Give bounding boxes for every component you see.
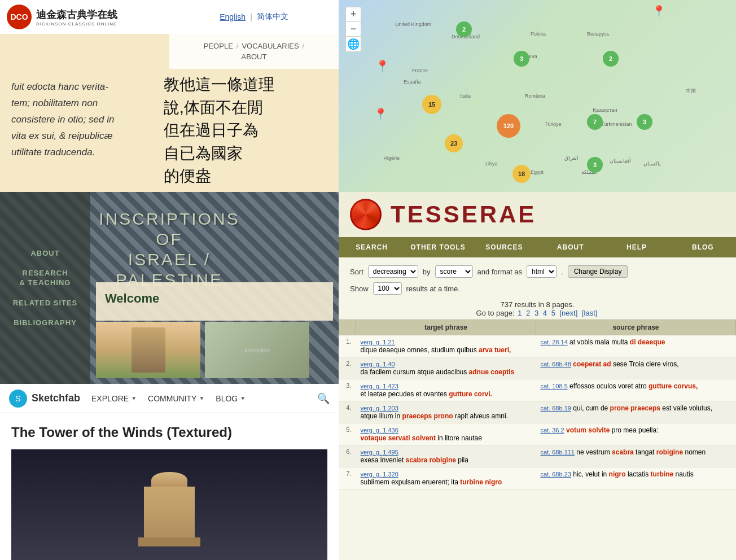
- map-pin-3[interactable]: 📍: [652, 5, 666, 18]
- target-highlight-7: turbine nigro: [460, 478, 502, 486]
- tess-nav-help[interactable]: HELP: [603, 237, 669, 257]
- target-ref-3[interactable]: verg. g. 1.423: [361, 383, 398, 390]
- dco-nav-vocabularies[interactable]: VOCABULARIES: [242, 42, 299, 50]
- page-link-3[interactable]: 3: [535, 309, 538, 317]
- inscriptions-mosaic-bg: ABOUT RESEARCH& TEACHING RELATED SITES B…: [0, 192, 339, 384]
- dco-logo[interactable]: DCO: [7, 5, 32, 29]
- source-ref-5[interactable]: cat. 36.2: [540, 427, 564, 434]
- map-zoom-in[interactable]: +: [346, 7, 361, 22]
- tess-nav-blog[interactable]: BLOG: [670, 237, 736, 257]
- target-highlight-6: scabra robigine: [406, 456, 456, 464]
- show-select[interactable]: 100 50 25: [373, 282, 402, 295]
- source-ref-7[interactable]: cat. 68b.23: [540, 471, 571, 478]
- page-link-5[interactable]: 5: [551, 309, 555, 317]
- map-cluster-18[interactable]: 18: [512, 165, 531, 183]
- map-cluster-7[interactable]: 7: [587, 114, 603, 130]
- sort-select[interactable]: decreasing increasing: [368, 265, 418, 278]
- dco-language-bar: English | 简体中文: [169, 0, 339, 34]
- map-cluster-3a[interactable]: 3: [514, 51, 529, 67]
- target-ref-5[interactable]: verg. g. 1.436: [361, 427, 398, 434]
- inscriptions-image-2: inscription: [205, 322, 309, 378]
- target-highlight-2: adnue coeptis: [469, 368, 515, 376]
- target-text-6a: exesa inveniet: [361, 456, 406, 464]
- source-ref-3[interactable]: cat. 108.5: [540, 383, 567, 390]
- sketchfab-blog-nav[interactable]: BLOG ▼: [216, 394, 246, 403]
- sketchfab-panel: S Sketchfab EXPLORE ▼ COMMUNITY ▼ BLOG ▼…: [0, 384, 339, 560]
- sketchfab-content: The Tower of the Winds (Textured): [0, 413, 339, 560]
- sketchfab-article-image[interactable]: [11, 449, 327, 560]
- map-controls: + − 🌐: [345, 7, 361, 52]
- page-link-next[interactable]: [next]: [559, 309, 577, 317]
- map-cluster-3b[interactable]: 3: [637, 114, 652, 130]
- tess-nav-other-tools[interactable]: OTHER TOOLS: [405, 237, 471, 257]
- dco-logo-text: DCO: [10, 12, 28, 21]
- insc-nav-bibliography[interactable]: BIBLIOGRAPHY: [14, 318, 77, 327]
- target-highlight-3: gutture corvi.: [449, 390, 492, 398]
- dco-lang-chinese[interactable]: 简体中文: [257, 12, 288, 22]
- dco-latin-text: fuit edocta hanc verita- tem; nobilitate…: [0, 68, 158, 172]
- map-cluster-120[interactable]: 120: [497, 114, 520, 138]
- table-row: 5. verg. g. 1.436 votaque servati solven…: [339, 423, 736, 445]
- map-label-tr: Türkiye: [545, 121, 562, 127]
- dco-site-title: 迪金森古典学在线: [36, 8, 117, 21]
- col-source: source phrase: [536, 320, 735, 335]
- target-text-2: da facilem cursum atque audacibus: [361, 368, 469, 376]
- page-link-last[interactable]: [last]: [582, 309, 597, 317]
- source-text-7a: hic, velut in: [573, 470, 608, 478]
- source-ref-6[interactable]: cat. 68b.111: [540, 449, 575, 456]
- sketchfab-navbar: S Sketchfab EXPLORE ▼ COMMUNITY ▼ BLOG ▼…: [0, 384, 339, 413]
- tess-nav-search[interactable]: SEARCH: [339, 237, 405, 257]
- map-label-tm: Türkmenistan: [601, 121, 632, 127]
- map-cluster-15[interactable]: 15: [422, 95, 441, 114]
- page-link-1[interactable]: 1: [518, 309, 522, 317]
- page-link-4[interactable]: 4: [543, 309, 547, 317]
- sketchfab-blog-label: BLOG: [216, 394, 238, 403]
- map-globe[interactable]: 🌐: [346, 37, 361, 51]
- source-ref-1[interactable]: cat. 28.14: [540, 339, 567, 345]
- page-link-2[interactable]: 2: [526, 309, 530, 317]
- inscriptions-title-line1: INSCRIPTIONS OF: [99, 209, 239, 248]
- map-label-kz: Қазақстан: [593, 107, 617, 113]
- target-ref-4[interactable]: verg. g. 1.203: [361, 405, 398, 412]
- dco-panel: DCO 迪金森古典学在线 DICKINSON CLASSICS ONLINE E…: [0, 0, 339, 192]
- map-zoom-out[interactable]: −: [346, 22, 361, 37]
- sketchfab-logo[interactable]: S Sketchfab: [9, 390, 80, 408]
- format-select[interactable]: html text: [527, 265, 557, 278]
- by-select[interactable]: score target source: [435, 265, 473, 278]
- map-label-ly: Libya: [485, 161, 498, 167]
- target-text-7a: sublimem expulsam eruerent; ita: [361, 478, 461, 486]
- map-cluster-2a[interactable]: 2: [456, 21, 472, 37]
- source-ref-2[interactable]: cat. 68b.48: [540, 361, 571, 368]
- dco-nav-people[interactable]: PEOPLE: [204, 42, 233, 50]
- source-ref-4[interactable]: cat. 68b.19: [540, 405, 571, 412]
- tower-illustration: [135, 466, 203, 545]
- map-cluster-23[interactable]: 23: [445, 134, 463, 152]
- map-pin-2[interactable]: 📍: [374, 107, 388, 121]
- map-cluster-3c[interactable]: 3: [587, 157, 603, 173]
- map-pin-1[interactable]: 📍: [375, 59, 389, 73]
- sketchfab-explore-nav[interactable]: EXPLORE ▼: [91, 394, 137, 403]
- map-label-iq: العراق: [564, 155, 579, 161]
- dco-chinese-text: 教他這一條道理 說,体面不在閒 但在過日子為 自已為國家 的便盎: [152, 62, 333, 192]
- source-text-6c: nomen: [683, 448, 706, 456]
- sketchfab-community-nav[interactable]: COMMUNITY ▼: [148, 394, 204, 403]
- target-ref-7[interactable]: verg. g. 1.320: [361, 471, 398, 478]
- dco-nav-about[interactable]: ABOUT: [242, 53, 267, 61]
- dco-lang-english[interactable]: English: [220, 12, 246, 21]
- target-ref-6[interactable]: verg. g. 1.495: [361, 449, 398, 456]
- sketchfab-logo-text: Sketchfab: [32, 392, 80, 404]
- target-highlight-5: votaque servati solvent: [361, 434, 436, 442]
- tess-nav-about[interactable]: ABOUT: [537, 237, 603, 257]
- sketchfab-logo-icon: S: [9, 390, 27, 408]
- insc-nav-research[interactable]: RESEARCH& TEACHING: [20, 269, 71, 288]
- target-ref-1[interactable]: verg. g. 1.21: [361, 339, 395, 345]
- explore-arrow-icon: ▼: [131, 395, 137, 401]
- target-ref-2[interactable]: verg. g. 1.40: [361, 361, 395, 368]
- map-cluster-2b[interactable]: 2: [603, 51, 619, 67]
- inscriptions-image-1: [96, 322, 200, 378]
- tess-nav-sources[interactable]: SOURCES: [471, 237, 537, 257]
- change-display-button[interactable]: Change Display: [568, 265, 628, 278]
- insc-nav-related[interactable]: RELATED SITES: [13, 299, 78, 307]
- sketchfab-search-icon[interactable]: 🔍: [317, 392, 330, 405]
- insc-nav-about[interactable]: ABOUT: [30, 249, 59, 257]
